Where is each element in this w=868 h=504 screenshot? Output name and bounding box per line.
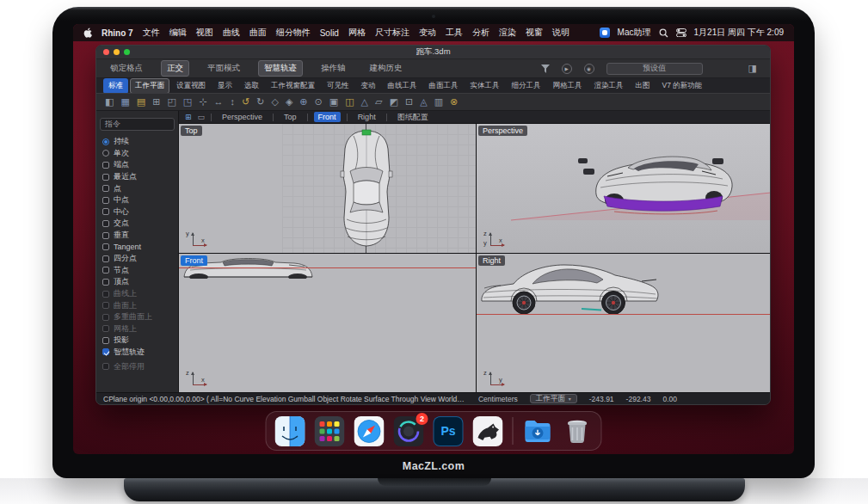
menu-file[interactable]: 文件 — [143, 27, 160, 39]
toggle-record-history[interactable]: 建构历史 — [364, 60, 409, 77]
safari-icon[interactable] — [354, 416, 385, 446]
toolbar-icon[interactable]: △ — [361, 97, 368, 107]
checkbox[interactable] — [102, 220, 109, 227]
toggle-grid-snap[interactable]: 锁定格点 — [104, 60, 149, 77]
toolbar-icon[interactable]: ◇ — [271, 97, 278, 107]
menu-transform[interactable]: 变动 — [419, 27, 436, 39]
tab-standard[interactable]: 标准 — [103, 78, 128, 94]
checkbox[interactable] — [102, 267, 109, 274]
toolbar-icon[interactable]: ◧ — [105, 97, 114, 107]
checkbox[interactable] — [102, 232, 109, 239]
checkbox[interactable] — [102, 337, 109, 344]
toggle-smarttrack[interactable]: 智慧轨迹 — [258, 60, 303, 77]
toolbar-icon[interactable]: ▤ — [137, 97, 145, 107]
toolbar-icon[interactable]: ▥ — [434, 97, 443, 107]
units-label[interactable]: Centimeters — [478, 395, 518, 403]
menu-view[interactable]: 视图 — [196, 27, 213, 39]
radio-button[interactable] — [102, 138, 109, 145]
toolbar-icon[interactable]: ⊙ — [315, 97, 323, 107]
checkbox[interactable] — [102, 325, 109, 332]
toolbar-icon[interactable]: ◰ — [167, 97, 175, 107]
launchpad-icon[interactable] — [315, 416, 345, 446]
viewport-label-active[interactable]: Front — [181, 255, 207, 266]
osnap-smarttrack[interactable]: 智慧轨迹 — [96, 347, 178, 359]
toolbar-icon[interactable]: ⊡ — [405, 97, 413, 107]
vtab-perspective[interactable]: Perspective — [218, 112, 267, 122]
checkbox[interactable] — [102, 291, 109, 298]
app-menu-rhino[interactable]: Rhino 7 — [102, 28, 133, 38]
toolbar-icon[interactable]: ◈ — [286, 97, 292, 107]
osnap-intersection[interactable]: 交点 — [96, 218, 178, 230]
menu-window[interactable]: 视窗 — [526, 27, 543, 39]
osnap-on-surface[interactable]: 曲面上 — [96, 299, 178, 311]
osnap-persistent[interactable]: 持续 — [96, 136, 178, 148]
radio-button[interactable] — [102, 150, 109, 157]
rhino-icon[interactable] — [473, 416, 503, 446]
tab-visibility[interactable]: 可见性 — [322, 78, 354, 94]
osnap-project[interactable]: 投影 — [96, 335, 178, 347]
tab-select[interactable]: 选取 — [239, 78, 264, 94]
tab-curve-tools[interactable]: 曲线工具 — [383, 78, 422, 94]
menu-dimension[interactable]: 尺寸标注 — [375, 27, 409, 39]
toggle-ortho[interactable]: 正交 — [161, 60, 189, 77]
single-pane-icon[interactable]: ▭ — [198, 114, 206, 121]
menu-subd[interactable]: 细分物件 — [276, 27, 311, 39]
toolbar-icon[interactable]: ◳ — [183, 97, 192, 107]
toolbar-icon[interactable]: ⊕ — [299, 97, 307, 107]
toggle-planar[interactable]: 平面模式 — [201, 60, 246, 77]
osnap-center[interactable]: 中心 — [96, 206, 178, 218]
osnap-knot[interactable]: 节点 — [96, 265, 178, 277]
osnap-on-mesh[interactable]: 网格上 — [96, 323, 178, 335]
toolbar-icon[interactable]: ◩ — [390, 97, 398, 107]
osnap-single[interactable]: 单次 — [96, 148, 178, 160]
finder-icon[interactable] — [275, 416, 305, 446]
preset-dropdown[interactable]: 预设值 — [606, 63, 703, 75]
checkbox[interactable] — [102, 174, 109, 181]
viewport-top[interactable]: Top — [179, 124, 476, 253]
tab-mesh-tools[interactable]: 网格工具 — [548, 78, 588, 94]
menu-help[interactable]: 说明 — [552, 27, 569, 39]
four-pane-icon[interactable]: ⊞ — [185, 114, 192, 121]
checkbox[interactable] — [102, 243, 109, 250]
viewport-label[interactable]: Perspective — [478, 126, 527, 136]
viewport-perspective[interactable]: Perspective — [477, 124, 770, 253]
osnap-vertex[interactable]: 顶点 — [96, 276, 178, 288]
osnap-on-curve[interactable]: 曲线上 — [96, 288, 178, 300]
viewport-label[interactable]: Top — [181, 126, 202, 136]
play-button[interactable]: ▶ — [562, 64, 572, 74]
command-input[interactable]: 指令 — [100, 118, 175, 131]
toolbar-icon[interactable]: ↕ — [230, 97, 235, 107]
tab-transform[interactable]: 变动 — [356, 78, 381, 94]
checkbox[interactable] — [102, 162, 109, 169]
toolbar-icon[interactable]: ▣ — [329, 97, 338, 107]
toolbar-icon[interactable]: ⊹ — [199, 97, 206, 107]
apple-menu-icon[interactable] — [83, 28, 92, 38]
menu-tools[interactable]: 工具 — [446, 27, 463, 39]
toolbar-icon[interactable]: ◬ — [420, 97, 427, 107]
osnap-on-polysurface[interactable]: 多重曲面上 — [96, 311, 178, 323]
toolbar-icon[interactable]: ↺ — [242, 97, 249, 107]
toolbar-icon[interactable]: ↻ — [256, 97, 264, 107]
checkbox[interactable] — [102, 302, 109, 309]
mac-assistant-label[interactable]: Mac助理 — [618, 27, 651, 39]
window-titlebar[interactable]: 跑车.3dm — [96, 46, 770, 58]
checkbox[interactable] — [102, 314, 109, 321]
toolbar-icon[interactable]: ▦ — [120, 97, 129, 107]
viewport-label[interactable]: Right — [478, 255, 505, 266]
toolbar-icon[interactable]: ⊞ — [152, 97, 160, 107]
mac-assistant-icon[interactable] — [600, 28, 610, 38]
osnap-point[interactable]: 点 — [96, 182, 178, 194]
menu-edit[interactable]: 编辑 — [169, 27, 187, 39]
tab-surface-tools[interactable]: 曲面工具 — [424, 78, 464, 94]
menu-solid[interactable]: Solid — [320, 28, 339, 38]
vtab-right[interactable]: Right — [354, 112, 380, 122]
osnap-quadrant[interactable]: 四分点 — [96, 253, 178, 265]
checkbox[interactable] — [102, 348, 109, 355]
osnap-tangent[interactable]: Tangent — [96, 241, 178, 253]
vtab-front[interactable]: Front — [314, 112, 341, 122]
toolbar-icon[interactable]: ↔ — [213, 97, 223, 107]
checkbox[interactable] — [102, 185, 109, 192]
osnap-near[interactable]: 最近点 — [96, 171, 178, 183]
filter-icon[interactable] — [541, 65, 550, 73]
tab-viewport-layout[interactable]: 工作视窗配置 — [266, 78, 320, 94]
